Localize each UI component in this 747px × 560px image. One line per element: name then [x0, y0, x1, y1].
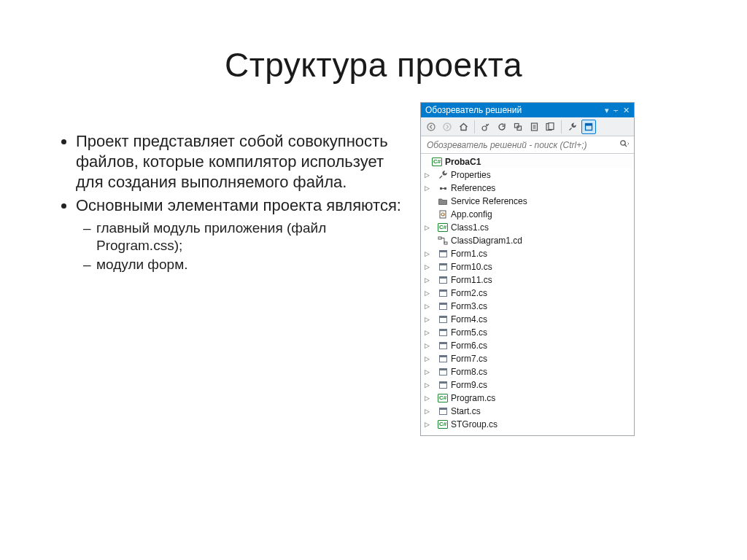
tree-item-label: Service References [451, 196, 527, 206]
bullet-1: Проект представляет собой совокупность ф… [76, 131, 409, 192]
tree-item[interactable]: ▷Form7.cs [421, 352, 634, 365]
pin-icon[interactable]: ⫟ [612, 106, 620, 115]
refresh-button[interactable] [495, 120, 509, 134]
panel-titlebar[interactable]: Обозреватель решений ▾ ⫟ ✕ [421, 103, 634, 117]
tree-item-label: STGroup.cs [451, 419, 498, 429]
solution-tree: C# ProbaC1 ▷Properties▷ReferencesService… [421, 154, 634, 435]
expander-icon[interactable]: ▷ [423, 303, 430, 310]
expander-icon[interactable]: ▷ [423, 250, 430, 257]
expander-icon[interactable]: ▷ [423, 316, 430, 323]
tree-item-label: Form10.cs [451, 262, 492, 272]
form-icon [437, 288, 449, 298]
panel-title-text: Обозреватель решений [425, 105, 522, 115]
tree-item[interactable]: ▷Form9.cs [421, 378, 634, 392]
tree-item[interactable]: ▷Form11.cs [421, 273, 634, 287]
svg-rect-7 [549, 122, 554, 129]
panel-toolbar [421, 117, 634, 136]
tree-item[interactable]: ▷Form3.cs [421, 300, 634, 313]
tree-item[interactable]: ▷Properties [421, 168, 634, 182]
tree-item[interactable]: ▷Start.cs [421, 405, 634, 418]
solution-explorer-panel: Обозреватель решений ▾ ⫟ ✕ [420, 102, 635, 436]
expander-icon[interactable]: ▷ [423, 329, 430, 336]
tree-item-label: Form1.cs [451, 249, 487, 259]
svg-rect-12 [444, 187, 446, 190]
form-icon [437, 367, 449, 377]
home-button[interactable] [456, 120, 471, 134]
sync-button[interactable] [479, 120, 493, 134]
expander-icon[interactable]: ▷ [423, 289, 430, 297]
expander-icon[interactable]: ▷ [423, 368, 430, 376]
search-input[interactable] [425, 139, 609, 151]
tree-item[interactable]: ▷C#Program.cs [421, 392, 634, 405]
tree-item-label: Class1.cs [451, 222, 489, 233]
properties-button[interactable] [565, 120, 580, 134]
tree-item[interactable]: ClassDiagram1.cd [421, 234, 634, 247]
tree-item[interactable]: ▷Form6.cs [421, 339, 634, 352]
tree-project-root[interactable]: C# ProbaC1 [421, 155, 634, 168]
tree-item[interactable]: ▷Form5.cs [421, 326, 634, 339]
csproj-icon: C# [431, 157, 443, 167]
tree-item[interactable]: ▷Form2.cs [421, 287, 634, 300]
body-text: Проект представляет собой совокупность ф… [58, 131, 409, 277]
cs-icon: C# [437, 419, 449, 429]
svg-rect-24 [439, 290, 446, 292]
form-icon [437, 301, 449, 311]
back-button[interactable] [424, 120, 438, 134]
tree-item-label: Form8.cs [451, 367, 487, 377]
search-bar[interactable] [421, 136, 634, 154]
view-button-active[interactable] [581, 120, 596, 134]
tree-item[interactable]: ▷Form10.cs [421, 260, 634, 273]
close-icon[interactable]: ✕ [623, 106, 630, 115]
config-icon [437, 209, 449, 219]
expander-icon[interactable]: ▷ [423, 184, 430, 192]
forward-button[interactable] [440, 120, 454, 134]
expander-icon[interactable]: ▷ [423, 421, 430, 428]
expander-icon[interactable]: ▷ [423, 342, 430, 349]
tree-item[interactable]: App.config [421, 208, 634, 221]
expander-icon[interactable]: ▷ [423, 263, 430, 271]
folder-icon [437, 196, 449, 206]
tree-item-label: Form2.cs [451, 288, 487, 298]
preview-button[interactable] [543, 120, 557, 134]
tree-item-label: Form4.cs [451, 314, 487, 324]
expander-icon[interactable]: ▷ [423, 408, 430, 415]
svg-rect-9 [586, 123, 592, 125]
svg-point-2 [482, 126, 487, 131]
expander-icon[interactable]: ▷ [423, 224, 430, 231]
panel-title-controls: ▾ ⫟ ✕ [605, 106, 630, 115]
form-icon [437, 327, 449, 338]
expander-icon[interactable]: ▷ [423, 355, 430, 362]
expander-icon[interactable]: ▷ [423, 276, 430, 284]
collapse-all-button[interactable] [511, 120, 525, 134]
toolbar-separator [474, 120, 475, 133]
tree-item[interactable]: ▷Form8.cs [421, 365, 634, 378]
tree-item[interactable]: ▷References [421, 182, 634, 195]
form-icon [437, 249, 449, 259]
tree-item[interactable]: Service References [421, 195, 634, 208]
search-icon[interactable] [619, 139, 630, 150]
form-icon [437, 354, 449, 364]
tree-item[interactable]: ▷C#STGroup.cs [421, 418, 634, 431]
expander-icon[interactable]: ▷ [423, 394, 430, 402]
svg-rect-13 [440, 211, 446, 218]
form-icon [437, 275, 449, 285]
tree-item-label: Start.cs [451, 406, 481, 416]
expander-icon[interactable]: ▷ [423, 381, 430, 389]
dropdown-icon[interactable]: ▾ [605, 106, 609, 115]
tree-item-label: Properties [451, 170, 491, 180]
tree-item[interactable]: ▷C#Class1.cs [421, 221, 634, 234]
svg-rect-34 [439, 356, 446, 358]
show-all-files-button[interactable] [527, 120, 541, 134]
tree-item-label: Form5.cs [451, 327, 487, 338]
cs-icon: C# [437, 393, 449, 403]
tree-item[interactable]: ▷Form1.cs [421, 247, 634, 260]
expander-icon[interactable]: ▷ [423, 171, 430, 179]
form-icon [437, 380, 449, 390]
slide: Структура проекта Проект представляет со… [0, 0, 747, 560]
tree-item[interactable]: ▷Form4.cs [421, 313, 634, 326]
form-icon [437, 262, 449, 272]
svg-point-10 [621, 141, 625, 145]
tree-item-label: Form6.cs [451, 341, 487, 351]
tree-item-label: Form7.cs [451, 354, 487, 364]
svg-rect-36 [439, 369, 446, 371]
